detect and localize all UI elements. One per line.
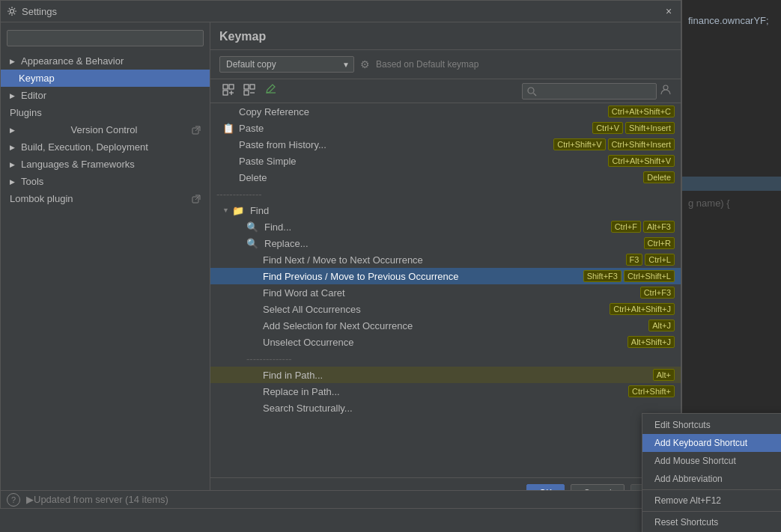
replace-icon: 🔍 (246, 238, 258, 249)
list-item-find[interactable]: 🔍 Find... Ctrl+F Alt+F3 (210, 218, 681, 235)
edit-icon (264, 84, 276, 96)
sidebar-item-version-control[interactable]: Version Control (1, 121, 210, 138)
keymap-search-input[interactable] (522, 83, 657, 100)
list-item-find-in-path[interactable]: Find in Path... Alt+ (210, 367, 681, 383)
help-button[interactable]: ? (7, 493, 20, 507)
sidebar-item-label: Version Control (71, 124, 138, 135)
expand-all-button[interactable] (219, 82, 237, 100)
context-menu-item-add-mouse-shortcut[interactable]: Add Mouse Shortcut (642, 452, 781, 470)
list-item-unselect[interactable]: Unselect Occurrence Alt+Shift+J (210, 334, 681, 350)
svg-rect-12 (244, 91, 249, 95)
context-menu-item-reset-shortcuts[interactable]: Reset Shortcuts (642, 513, 781, 531)
status-message: Updated from server (14 items) (34, 494, 168, 505)
settings-window: Settings × Appearance & Behavior Keymap … (0, 0, 681, 509)
sidebar-item-languages[interactable]: Languages & Frameworks (1, 156, 210, 173)
find-icon: 🔍 (246, 221, 258, 233)
window-title: Settings (22, 6, 57, 17)
toolbar (210, 79, 681, 103)
list-item-paste-history[interactable]: Paste from History... Ctrl+Shift+V Ctrl+… (210, 136, 681, 153)
svg-point-0 (10, 10, 14, 13)
sidebar-item-lombok[interactable]: Lombok plugin (1, 190, 210, 207)
collapse-icon (243, 84, 255, 96)
main-content: Appearance & Behavior Keymap Editor Plug… (1, 22, 681, 508)
keymap-based-label: Based on Default keymap (376, 59, 478, 70)
sidebar-item-label: Plugins (10, 107, 42, 118)
context-menu-separator (642, 489, 781, 490)
list-item-delete[interactable]: Delete Delete (210, 169, 681, 186)
expand-icon (222, 84, 234, 96)
folder-arrow-icon: ▼ (222, 207, 229, 214)
settings-icon (7, 6, 17, 16)
main-panel: Keymap Default copy ▼ ⚙ Based on Default… (210, 22, 681, 508)
sidebar-search-input[interactable] (7, 30, 204, 46)
gear-icon[interactable]: ⚙ (360, 58, 370, 70)
sidebar-item-keymap[interactable]: Keymap (1, 70, 210, 87)
sidebar-item-label: Appearance & Behavior (21, 55, 124, 67)
sidebar-item-build[interactable]: Build, Execution, Deployment (1, 138, 210, 156)
list-item-add-selection[interactable]: Add Selection for Next Occurrence Alt+J (210, 317, 681, 334)
search-icon (526, 86, 537, 97)
action-icon3 (222, 156, 233, 166)
svg-rect-10 (244, 85, 249, 89)
list-item-find-previous[interactable]: Find Previous / Move to Previous Occurre… (210, 268, 681, 284)
person-svg (660, 84, 672, 96)
code-line: finance.owncarYF; (682, 0, 781, 27)
list-item-separator1: -------------- (210, 186, 681, 202)
action-icon9 (246, 320, 257, 331)
context-menu: Edit Shortcuts Add Keyboard Shortcut Add… (642, 413, 781, 532)
code-text: finance.owncarYF; (688, 15, 769, 26)
list-item-search-structurally[interactable]: Search Structurally... (210, 400, 681, 416)
folder-icon: 📁 (232, 205, 244, 216)
list-item-select-all-occurrences[interactable]: Select All Occurrences Ctrl+Alt+Shift+J (210, 301, 681, 317)
title-bar-left: Settings (7, 6, 57, 17)
action-icon8 (246, 304, 257, 314)
code-text2: g name) { (688, 198, 730, 209)
action-icon2 (222, 139, 233, 150)
code-line2: g name) { (682, 197, 781, 210)
list-item-separator2: -------------- (210, 350, 681, 367)
sidebar-item-editor[interactable]: Editor (1, 87, 210, 104)
list-item-replace-in-path[interactable]: Replace in Path... Ctrl+Shift+ (210, 383, 681, 400)
svg-rect-6 (229, 85, 234, 89)
page-title: Keymap (210, 22, 681, 50)
keymap-list: Copy Reference Ctrl+Alt+Shift+C 📋 Paste … (210, 103, 681, 477)
keymap-select[interactable]: Default copy (219, 56, 354, 73)
paste-icon: 📋 (222, 123, 233, 133)
list-item-find-next[interactable]: Find Next / Move to Next Occurrence F3 C… (210, 251, 681, 268)
sidebar-item-tools[interactable]: Tools (1, 173, 210, 190)
context-menu-item-remove[interactable]: Remove Alt+F12 (642, 492, 781, 510)
action-icon11 (246, 370, 257, 380)
list-item-find-folder[interactable]: ▼ 📁 Find (210, 202, 681, 218)
list-item-replace[interactable]: 🔍 Replace... Ctrl+R (210, 235, 681, 251)
context-menu-item-add-abbreviation[interactable]: Add Abbreviation (642, 470, 781, 488)
person-icon (660, 84, 672, 98)
svg-line-16 (534, 93, 537, 96)
list-item-find-word[interactable]: Find Word at Caret Ctrl+F3 (210, 284, 681, 301)
list-item-paste[interactable]: 📋 Paste Ctrl+V Shift+Insert (210, 120, 681, 136)
action-icon13 (246, 403, 257, 413)
svg-line-2 (195, 126, 200, 131)
close-button[interactable]: × (663, 5, 675, 17)
list-item-copy-reference[interactable]: Copy Reference Ctrl+Alt+Shift+C (210, 103, 681, 120)
list-item-paste-simple[interactable]: Paste Simple Ctrl+Alt+Shift+V (210, 153, 681, 169)
edit-button[interactable] (261, 82, 279, 100)
context-menu-item-add-keyboard-shortcut[interactable]: Add Keyboard Shortcut (642, 434, 781, 452)
sidebar-item-label: Tools (21, 176, 43, 187)
sidebar-item-plugins[interactable]: Plugins (1, 104, 210, 121)
collapse-all-button[interactable] (240, 82, 258, 100)
keymap-select-wrapper[interactable]: Default copy ▼ (219, 56, 354, 73)
context-menu-item-edit-shortcuts[interactable]: Edit Shortcuts (642, 416, 781, 434)
search-wrapper (522, 83, 672, 100)
sidebar-item-appearance[interactable]: Appearance & Behavior (1, 52, 210, 70)
action-icon5 (246, 254, 257, 265)
sidebar-item-label: Build, Execution, Deployment (21, 141, 148, 153)
sidebar-item-label: Editor (21, 90, 46, 101)
external-icon2 (192, 195, 201, 204)
keymap-controls: Default copy ▼ ⚙ Based on Default keymap (210, 50, 681, 79)
code-line-highlight (682, 177, 781, 191)
action-icon (222, 106, 233, 117)
svg-rect-11 (250, 85, 255, 89)
action-icon4 (222, 172, 233, 183)
action-icon10 (246, 337, 257, 347)
bottom-bar: ? ▶ Updated from server (14 items) (1, 490, 682, 508)
